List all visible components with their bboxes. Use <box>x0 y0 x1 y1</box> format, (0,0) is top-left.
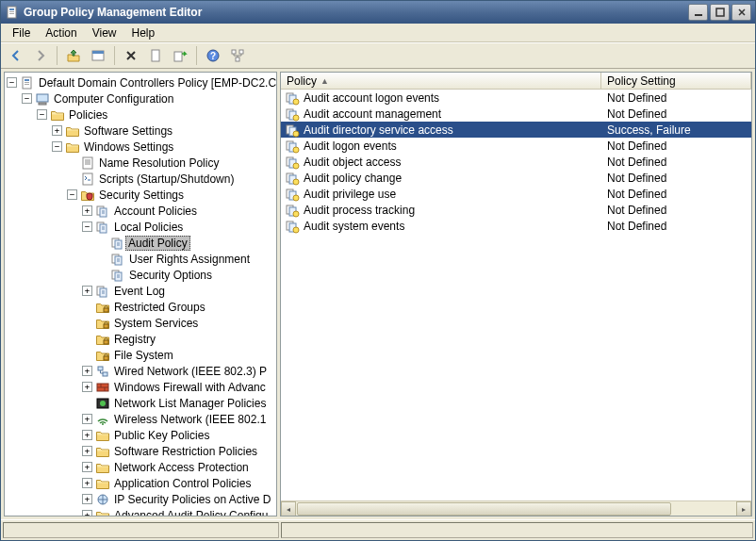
content-area: − Default Domain Controllers Policy [EMP… <box>1 69 755 519</box>
delete-button[interactable] <box>120 44 142 67</box>
expand-icon[interactable]: + <box>82 478 92 488</box>
tree-item[interactable]: −Security Settings <box>5 187 276 203</box>
forward-button[interactable] <box>29 44 52 67</box>
tree-item[interactable]: +Wireless Network (IEEE 802.1 <box>5 411 276 427</box>
policy-row[interactable]: Audit account managementNot Defined <box>281 106 751 122</box>
collapse-icon[interactable]: − <box>82 221 92 232</box>
close-button[interactable] <box>731 4 751 21</box>
list-body[interactable]: Audit account logon eventsNot DefinedAud… <box>281 90 751 500</box>
tree-item[interactable]: File System <box>5 347 276 363</box>
maximize-button[interactable] <box>710 4 730 21</box>
tree-root-label: Default Domain Controllers Policy [EMP-D… <box>38 76 277 90</box>
expander-placeholder <box>82 350 92 360</box>
tree-root[interactable]: − Default Domain Controllers Policy [EMP… <box>5 74 276 90</box>
scroll-thumb[interactable] <box>297 502 671 516</box>
policy-row[interactable]: Audit account logon eventsNot Defined <box>281 90 751 106</box>
menu-file[interactable]: File <box>5 25 38 41</box>
tree-item[interactable]: User Rights Assignment <box>5 251 276 267</box>
tree-item[interactable]: +IP Security Policies on Active D <box>5 491 276 507</box>
expand-icon[interactable]: + <box>52 125 62 136</box>
svg-rect-40 <box>716 8 724 16</box>
status-left <box>3 522 279 538</box>
collapse-icon[interactable]: − <box>7 77 17 88</box>
menu-action[interactable]: Action <box>38 25 84 41</box>
policy-row[interactable]: Audit system eventsNot Defined <box>281 218 751 234</box>
show-hide-tree-button[interactable] <box>87 44 109 67</box>
expand-icon[interactable]: + <box>82 382 92 392</box>
tree-item[interactable]: Name Resolution Policy <box>5 155 276 171</box>
policy-row[interactable]: Audit logon eventsNot Defined <box>281 138 751 154</box>
policy-group-icon <box>110 236 125 251</box>
expand-icon[interactable]: + <box>82 205 92 216</box>
policy-group-icon <box>95 204 110 219</box>
collapse-icon[interactable]: − <box>22 93 32 104</box>
expand-icon[interactable]: + <box>82 366 92 376</box>
tree-item[interactable]: +Software Settings <box>5 123 276 139</box>
collapse-icon[interactable]: − <box>37 109 47 120</box>
expand-icon[interactable]: + <box>82 286 92 296</box>
column-header-setting[interactable]: Policy Setting <box>601 73 751 89</box>
list-pane[interactable]: Policy ▲ Policy Setting Audit account lo… <box>280 72 752 516</box>
tree-item[interactable]: −Local Policies <box>5 219 276 235</box>
expand-icon[interactable]: + <box>82 430 92 440</box>
tree-item[interactable]: −Policies <box>5 107 276 123</box>
toolbar <box>1 42 755 69</box>
tree-pane[interactable]: − Default Domain Controllers Policy [EMP… <box>4 72 277 516</box>
policy-setting: Not Defined <box>601 188 751 201</box>
scroll-left-button[interactable]: ◂ <box>281 501 296 516</box>
tree-item-label: Security Settings <box>98 189 185 202</box>
expand-icon[interactable]: + <box>82 414 92 424</box>
policy-cell: Audit account logon events <box>281 90 601 106</box>
tree-item[interactable]: Scripts (Startup/Shutdown) <box>5 171 276 187</box>
policy-row[interactable]: Audit privilege useNot Defined <box>281 186 751 202</box>
help-button[interactable] <box>202 44 224 67</box>
tree-item[interactable]: Audit Policy <box>5 235 276 251</box>
minimize-button[interactable] <box>688 4 708 21</box>
tree-item[interactable]: Restricted Groups <box>5 299 276 315</box>
back-button[interactable] <box>5 44 27 67</box>
menu-help[interactable]: Help <box>124 25 163 41</box>
tree-item[interactable]: +Network Access Protection <box>5 459 276 475</box>
scroll-track[interactable] <box>296 501 736 516</box>
tree-item[interactable]: Network List Manager Policies <box>5 395 276 411</box>
policy-setting: Not Defined <box>601 156 751 169</box>
up-button[interactable] <box>62 44 85 67</box>
expand-icon[interactable]: + <box>82 446 92 456</box>
tree-item[interactable]: +Windows Firewall with Advanc <box>5 379 276 395</box>
column-header-policy[interactable]: Policy ▲ <box>281 73 601 89</box>
properties-button[interactable] <box>144 44 167 67</box>
export-list-button[interactable] <box>169 44 191 67</box>
window-title: Group Policy Management Editor <box>24 6 688 19</box>
list-scrollbar[interactable]: ◂ ▸ <box>281 500 751 516</box>
tree-item[interactable]: +Application Control Policies <box>5 475 276 491</box>
tree-item[interactable]: +Software Restriction Policies <box>5 443 276 459</box>
expand-icon[interactable]: + <box>82 510 92 516</box>
tree-item[interactable]: −Computer Configuration <box>5 90 276 107</box>
policy-row[interactable]: Audit directory service accessSuccess, F… <box>281 122 751 138</box>
menu-view[interactable]: View <box>85 25 124 41</box>
policy-row[interactable]: Audit object accessNot Defined <box>281 154 751 170</box>
collapse-icon[interactable]: − <box>67 189 77 200</box>
policy-row[interactable]: Audit process trackingNot Defined <box>281 202 751 218</box>
collapse-icon[interactable]: − <box>52 141 62 152</box>
expand-icon[interactable]: + <box>82 494 92 504</box>
tree-item[interactable]: −Windows Settings <box>5 139 276 155</box>
tree-item[interactable]: +Event Log <box>5 283 276 299</box>
tree-item-label: Software Restriction Policies <box>113 445 258 458</box>
tree-item-label: IP Security Policies on Active D <box>113 493 272 506</box>
tree-item[interactable]: +Public Key Policies <box>5 427 276 443</box>
tree-item[interactable]: Security Options <box>5 267 276 283</box>
expand-icon[interactable]: + <box>82 462 92 472</box>
tree-item[interactable]: +Account Policies <box>5 203 276 219</box>
scroll-right-button[interactable]: ▸ <box>736 501 751 516</box>
tree-item-label: Registry <box>113 333 156 346</box>
tree-item[interactable]: +Wired Network (IEEE 802.3) P <box>5 363 276 379</box>
tree-view[interactable]: − Default Domain Controllers Policy [EMP… <box>5 73 276 516</box>
tree-item[interactable]: System Services <box>5 315 276 331</box>
policy-row[interactable]: Audit policy changeNot Defined <box>281 170 751 186</box>
tree-item[interactable]: Registry <box>5 331 276 347</box>
tree-item[interactable]: +Advanced Audit Policy Configu <box>5 507 276 516</box>
options-button[interactable] <box>226 44 249 67</box>
tree-item-label: File System <box>113 349 174 362</box>
statusbar <box>1 519 755 540</box>
